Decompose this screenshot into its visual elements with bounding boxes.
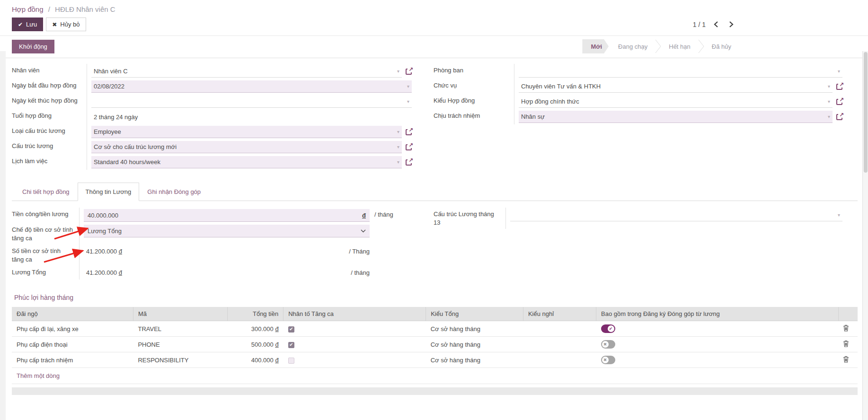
ot-factor-checkbox[interactable] <box>288 358 294 364</box>
benefit-row[interactable]: Phụ cấp trách nhiệm RESPONSIBILITY 400.0… <box>12 352 858 368</box>
included-in-register-toggle[interactable]: ✖ <box>601 340 615 349</box>
included-in-register-toggle[interactable]: ✔ <box>601 324 615 333</box>
benefit-amount[interactable]: 300.000 đ <box>227 321 283 337</box>
external-link-icon[interactable] <box>836 114 842 120</box>
field-hr-responsible: Chịu trách nhiệm Nhân sự ▾ <box>434 109 842 124</box>
toggle-knob: ✔ <box>608 325 614 332</box>
hr-responsible-field[interactable]: Nhân sự ▾ <box>519 111 833 123</box>
field-value: Nhân sự <box>521 113 545 120</box>
column-header[interactable]: Bao gồm trong Đăng ký Đóng góp từ lương <box>596 307 839 321</box>
column-header[interactable]: Đãi ngộ <box>12 307 133 321</box>
check-icon: ✔ <box>18 21 23 28</box>
benefit-total-type[interactable]: Cơ sở hàng tháng <box>426 321 523 337</box>
external-link-icon[interactable] <box>406 159 412 166</box>
working-schedule-field[interactable]: Standard 40 hours/week ▾ <box>91 156 402 168</box>
salary-section: Tiền công/tiền lương 40.000.000 đ / thán… <box>12 201 858 280</box>
column-header[interactable]: Nhân tố Tăng ca <box>283 307 426 321</box>
save-button[interactable]: ✔ Lưu <box>12 18 43 31</box>
benefit-code[interactable]: RESPONSIBILITY <box>133 352 227 368</box>
start-contract-button[interactable]: Khởi động <box>12 40 54 53</box>
salary-structure-field[interactable]: Cơ sở cho cấu trúc lương mới ▾ <box>91 141 402 153</box>
external-link-icon[interactable] <box>836 99 842 105</box>
delete-row-button[interactable] <box>843 356 849 364</box>
benefit-amount[interactable]: 400.000 đ <box>227 352 283 368</box>
status-step-running[interactable]: Đang chạy <box>611 39 655 53</box>
ot-factor-checkbox[interactable] <box>288 342 294 348</box>
external-link-icon[interactable] <box>836 84 842 90</box>
dropdown-caret-icon[interactable]: ▾ <box>834 212 840 218</box>
status-step-cancelled[interactable]: Đã hủy <box>704 39 739 53</box>
structure-type-field[interactable]: Employee ▾ <box>91 126 402 138</box>
wage-unit: / tháng <box>370 208 393 218</box>
contract-type-field[interactable]: Hợp đồng chính thức ▾ <box>519 96 833 108</box>
toggle-knob: ✖ <box>602 341 609 348</box>
month13-structure-field[interactable]: ▾ <box>510 209 842 221</box>
contract-form-page: Hợp đồng / HĐLĐ Nhân viên C ✔ Lưu ✖ Hủy … <box>0 0 868 420</box>
field-ot-base-mode: Chế độ tiền cơ sở tính tăng ca Lương Tổn… <box>12 223 412 245</box>
column-header[interactable]: Mã <box>133 307 227 321</box>
chevron-down-icon <box>361 229 366 233</box>
field-label: Lương Tổng <box>12 266 79 279</box>
column-header[interactable]: Tổng tiền <box>227 307 283 321</box>
pager-previous-button[interactable] <box>710 20 721 29</box>
dropdown-caret-icon[interactable]: ▾ <box>393 159 399 165</box>
ot-base-mode-select[interactable]: Lương Tổng <box>84 225 370 237</box>
benefit-leave-type[interactable] <box>523 321 596 337</box>
start-date-field[interactable]: 02/08/2022 ▾ <box>91 80 412 93</box>
benefit-code[interactable]: PHONE <box>133 337 227 352</box>
benefit-leave-type[interactable] <box>523 352 596 368</box>
tab-contribution-records[interactable]: Ghi nhận Đóng góp <box>139 183 209 201</box>
dropdown-caret-icon[interactable]: ▾ <box>824 84 830 89</box>
benefit-name[interactable]: Phụ cấp điện thoại <box>12 337 133 352</box>
discard-button[interactable]: ✖ Hủy bỏ <box>46 18 86 31</box>
external-link-icon[interactable] <box>406 129 412 135</box>
status-step-separator-icon <box>655 39 661 53</box>
dropdown-caret-icon[interactable]: ▾ <box>824 99 830 104</box>
dropdown-caret-icon[interactable]: ▾ <box>403 99 409 104</box>
delete-row-button[interactable] <box>843 324 849 333</box>
benefit-name[interactable]: Phụ cấp đi lại, xăng xe <box>12 321 133 337</box>
benefit-amount[interactable]: 500.000 đ <box>227 337 283 352</box>
benefit-row[interactable]: Phụ cấp đi lại, xăng xe TRAVEL 300.000 đ… <box>12 321 858 337</box>
dropdown-caret-icon[interactable]: ▾ <box>393 129 399 134</box>
department-field[interactable]: ▾ <box>519 65 842 78</box>
column-header[interactable]: Kiểu Tổng <box>426 307 523 321</box>
field-working-schedule: Lịch làm việc Standard 40 hours/week ▾ <box>12 155 412 170</box>
wage-input[interactable]: 40.000.000 đ <box>84 209 370 222</box>
dropdown-caret-icon[interactable]: ▾ <box>403 84 409 89</box>
status-step-new[interactable]: Mới <box>582 39 609 53</box>
benefit-total-type[interactable]: Cơ sở hàng tháng <box>426 352 523 368</box>
benefit-name[interactable]: Phụ cấp trách nhiệm <box>12 352 133 368</box>
ot-factor-checkbox[interactable] <box>288 326 294 332</box>
end-date-field[interactable]: ▾ <box>91 96 412 108</box>
scrollbar-thumb[interactable] <box>864 52 868 173</box>
field-start-date: Ngày bắt đầu hợp đồng 02/08/2022 ▾ <box>12 79 412 94</box>
benefit-row[interactable]: Phụ cấp điện thoại PHONE 500.000 đ Cơ sở… <box>12 337 858 352</box>
scrollbar[interactable] <box>862 51 868 420</box>
column-header[interactable]: Kiểu nghỉ <box>523 307 596 321</box>
delete-row-button[interactable] <box>843 340 849 349</box>
external-link-icon[interactable] <box>406 144 412 150</box>
field-value: Standard 40 hours/week <box>94 158 160 166</box>
dropdown-caret-icon[interactable]: ▾ <box>824 114 830 119</box>
tab-salary-information[interactable]: Thông tin Lương <box>78 183 140 201</box>
gross-salary-unit: / tháng <box>351 269 370 276</box>
tab-contract-details[interactable]: Chi tiết hợp đồng <box>14 183 78 201</box>
benefit-total-type[interactable]: Cơ sở hàng tháng <box>426 337 523 352</box>
currency-symbol: đ <box>119 269 122 276</box>
breadcrumb-parent-link[interactable]: Hợp đồng <box>12 5 44 13</box>
employee-field[interactable]: Nhân viên C ▾ <box>91 65 402 78</box>
included-in-register-toggle[interactable]: ✖ <box>601 356 615 364</box>
benefit-leave-type[interactable] <box>523 337 596 352</box>
dropdown-caret-icon[interactable]: ▾ <box>393 69 399 74</box>
field-label: Lịch làm việc <box>12 155 87 168</box>
trash-icon <box>843 356 849 363</box>
pager-next-button[interactable] <box>726 20 737 29</box>
dropdown-caret-icon[interactable]: ▾ <box>393 144 399 149</box>
add-row-link[interactable]: Thêm một dòng <box>12 368 858 384</box>
job-position-field[interactable]: Chuyên viên Tư vấn & HTKH ▾ <box>519 80 833 93</box>
benefit-code[interactable]: TRAVEL <box>133 321 227 337</box>
status-step-expired[interactable]: Hết hạn <box>661 39 698 53</box>
dropdown-caret-icon[interactable]: ▾ <box>834 69 840 74</box>
external-link-icon[interactable] <box>406 69 412 75</box>
